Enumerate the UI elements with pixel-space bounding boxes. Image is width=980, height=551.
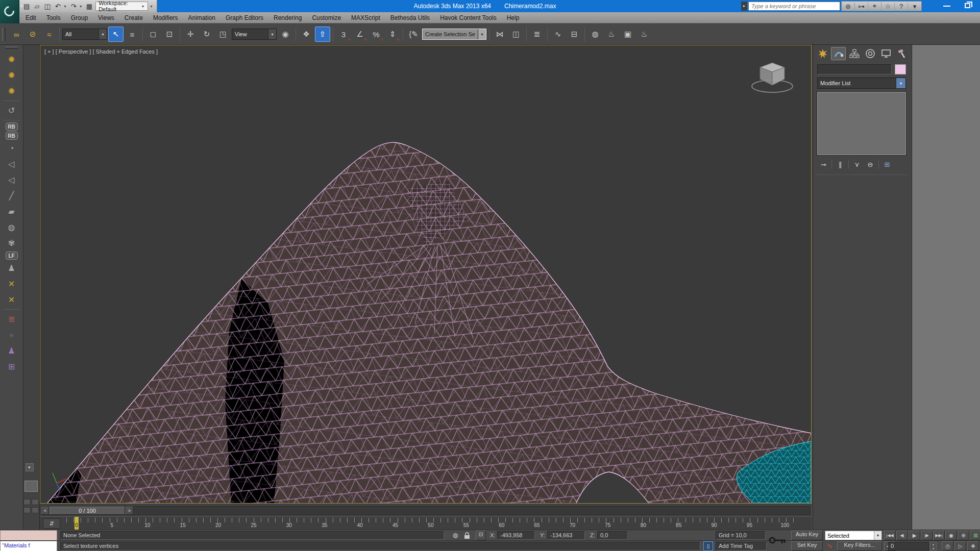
toolbar-grip[interactable]	[5, 46, 18, 49]
maxscript-listener-pink-row[interactable]	[0, 530, 57, 541]
redo-dropdown-icon[interactable]: ▾	[80, 4, 83, 9]
tab-create[interactable]	[815, 47, 830, 60]
select-and-rotate-icon[interactable]: ↻	[199, 27, 214, 42]
previous-frame-button[interactable]: <	[41, 507, 49, 515]
maxscript-listener-field[interactable]: "Materials f	[0, 541, 57, 551]
track-bar[interactable]: ⇵ 0510 152025 303540 455055 606570 75808…	[40, 516, 812, 530]
selection-lock-icon[interactable]	[463, 532, 471, 539]
play-button[interactable]: ▶	[909, 531, 920, 540]
tab-display[interactable]	[878, 47, 893, 60]
object-color-swatch[interactable]	[895, 64, 906, 74]
spinner-snap-toggle[interactable]: ⇕∩	[385, 27, 400, 42]
pin-stack-icon[interactable]: ⊸	[817, 159, 829, 170]
window-crossing-icon[interactable]: ⊡	[162, 27, 177, 42]
minimize-button[interactable]	[943, 6, 950, 7]
material-editor-icon[interactable]: ◍	[587, 27, 603, 42]
ring-icon[interactable]: ◍	[4, 220, 20, 235]
cloth-dish-icon[interactable]: ◁	[4, 172, 20, 187]
redo-icon[interactable]: ↷	[69, 3, 78, 10]
select-object-button[interactable]: ↖	[108, 27, 124, 42]
menu-maxscript[interactable]: MAXScript	[346, 12, 385, 23]
field-of-view-button[interactable]: ▷	[954, 541, 966, 551]
time-slider-handle[interactable]: 0 / 100	[50, 507, 125, 515]
new-file-icon[interactable]: ▤	[22, 3, 31, 10]
viewport-layout-tab[interactable]	[23, 507, 31, 513]
show-end-result-icon[interactable]: ∥	[834, 159, 846, 170]
undo-dropdown-icon[interactable]: ▾	[64, 4, 67, 9]
spinner-up-icon[interactable]: ▴	[933, 543, 934, 546]
character-export-icon[interactable]: ♟	[4, 261, 20, 276]
rendered-frame-window-icon[interactable]: ▣	[620, 27, 635, 42]
unlink-selection-icon[interactable]: ⊘	[25, 27, 40, 42]
skeleton-list-icon[interactable]: ≣	[4, 312, 20, 327]
spinner-down-icon[interactable]: ▾	[933, 547, 934, 550]
go-to-start-button[interactable]: |◀◀	[884, 531, 896, 540]
constraint-icon[interactable]: ◔	[4, 141, 20, 156]
menu-views[interactable]: Views	[93, 12, 119, 23]
rigid-body-pair-icon[interactable]: RB	[6, 132, 18, 140]
select-and-scale-icon[interactable]: ◳	[215, 27, 231, 42]
menu-create[interactable]: Create	[119, 12, 148, 23]
absolute-offset-toggle[interactable]: ⊡	[476, 531, 486, 540]
bind-to-spacewarp-icon[interactable]: ≈	[41, 27, 57, 42]
cloth-sail-icon[interactable]: ◁	[4, 157, 20, 171]
batch-export-icon[interactable]: ✺	[4, 84, 20, 98]
current-frame-field[interactable]: 0	[888, 542, 929, 550]
search-input[interactable]	[748, 2, 840, 11]
viewport-layout-tab[interactable]	[32, 507, 39, 513]
tab-hierarchy[interactable]	[847, 47, 862, 60]
select-by-name-icon[interactable]: ≡	[125, 27, 140, 42]
configure-modifier-sets-icon[interactable]: ⊞	[881, 159, 893, 170]
go-to-end-button[interactable]: ▶▶|	[933, 531, 945, 540]
previous-frame-button[interactable]: ◀|	[896, 531, 908, 540]
select-and-move-icon[interactable]: ✛	[183, 27, 198, 42]
time-configuration-button[interactable]: ◷	[942, 541, 953, 551]
menu-customize[interactable]: Customize	[307, 12, 346, 23]
x-coordinate-field[interactable]: -493,958	[497, 531, 535, 540]
auto-key-button[interactable]: Auto Key	[791, 531, 823, 540]
viewcube[interactable]	[748, 54, 797, 96]
curve-editor-icon[interactable]: ∿	[550, 27, 566, 42]
refresh-preview-icon[interactable]: ↺	[4, 103, 20, 118]
tools-icon[interactable]: ✕	[4, 277, 20, 291]
next-frame-button[interactable]: |▶	[921, 531, 933, 540]
pan-button[interactable]: ✥	[967, 541, 979, 551]
key-mode-toggle[interactable]: ◉	[945, 531, 957, 540]
tab-utilities[interactable]	[894, 47, 909, 60]
menu-group[interactable]: Group	[66, 12, 93, 23]
select-and-manipulate-icon[interactable]: ❖	[299, 27, 314, 42]
logo-flyout-arrow-icon[interactable]: ▾	[20, 4, 23, 9]
viewport-label[interactable]: [ + ] [ Perspective ] [ Shaded + Edged F…	[44, 48, 158, 55]
z-coordinate-field[interactable]: 0,0	[597, 531, 628, 540]
viewport-layout-active-tab[interactable]	[24, 481, 38, 492]
render-setup-icon[interactable]: ♨	[604, 27, 619, 42]
restore-button[interactable]	[965, 3, 970, 8]
modifier-stack[interactable]	[817, 92, 906, 155]
modifier-list-dropdown[interactable]: Modifier List ▾	[817, 78, 906, 89]
menu-help[interactable]: Help	[502, 12, 525, 23]
mirror-icon[interactable]: ⋈	[492, 27, 507, 42]
tools-alt-icon[interactable]: ✕	[4, 292, 20, 307]
align-icon[interactable]: ◫	[508, 27, 524, 42]
export-icon[interactable]: ✺	[4, 68, 20, 83]
add-time-tag-field[interactable]: Add Time Tag	[716, 542, 767, 550]
menu-bethesda-utils[interactable]: Bethesda Utils	[385, 12, 435, 23]
toolbar-grip[interactable]	[2, 28, 6, 41]
help-icon[interactable]: ?	[895, 3, 908, 10]
viewport-layout-tab[interactable]	[23, 499, 31, 505]
favorites-star-icon[interactable]: ☆	[881, 3, 895, 10]
help-dropdown-icon[interactable]: ▾	[908, 3, 921, 10]
use-pivot-center-icon[interactable]: ◉	[278, 27, 293, 42]
prompt-bulb-icon[interactable]: ◍	[450, 531, 460, 540]
menu-tools[interactable]: Tools	[41, 12, 66, 23]
key-selection-dropdown[interactable]: Selected ▾	[825, 531, 882, 540]
time-slider-track[interactable]: < 0 / 100 >	[41, 506, 811, 515]
selection-filter-dropdown[interactable]: All ▾	[62, 29, 107, 40]
communication-center-icon[interactable]: ⌖	[868, 2, 881, 10]
expand-arrow-button[interactable]: ▸	[26, 463, 34, 471]
workspace-selector[interactable]: Workspace: Default ▾	[95, 2, 148, 11]
mini-curve-editor-button[interactable]: ⇵	[43, 518, 60, 529]
character-rig-icon[interactable]: ♟	[4, 343, 20, 358]
reference-coordinate-dropdown[interactable]: View ▾	[232, 29, 277, 40]
menu-animation[interactable]: Animation	[183, 12, 220, 23]
